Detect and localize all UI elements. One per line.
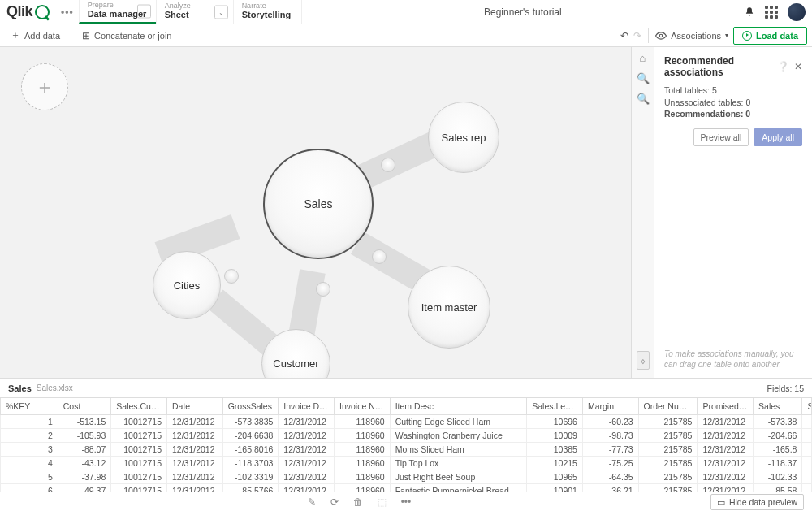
undo-icon[interactable]: ↶ — [620, 30, 628, 41]
col-header[interactable]: %KEY — [1, 398, 58, 415]
delete-icon[interactable]: 🗑 — [353, 496, 363, 508]
preview-table: %KEYCostSales.Custo...DateGrossSalesInvo… — [0, 398, 812, 492]
cell: 215785 — [638, 457, 698, 470]
col-header[interactable]: Sales — [754, 398, 802, 415]
cell: 1 — [1, 415, 58, 429]
zoom-icon[interactable]: 🔍 — [637, 93, 650, 105]
col-header[interactable]: Sales.Custo... — [111, 398, 167, 415]
collapse-icon: ▭ — [717, 497, 725, 507]
associations-dropdown[interactable]: Associations ▾ — [655, 30, 728, 41]
cell: 10696 — [527, 415, 583, 429]
cell: 6 — [1, 484, 58, 492]
edit-icon[interactable]: ✎ — [308, 496, 316, 508]
chevron-down-icon[interactable]: ⌄ — [137, 4, 151, 18]
col-header[interactable]: Cost — [58, 398, 111, 415]
col-header[interactable]: Promised D... — [698, 398, 754, 415]
cell: -88.07 — [58, 443, 111, 457]
action-right: ↶ ↷ Associations ▾ Load data — [620, 27, 807, 45]
preview-all-button[interactable]: Preview all — [693, 128, 749, 146]
chevron-down-icon[interactable]: ⌄ — [214, 5, 228, 19]
cell: -573.3835 — [222, 415, 279, 429]
cell: -204.66 — [754, 429, 802, 443]
bell-icon[interactable] — [744, 6, 755, 18]
cell: -85.5766 — [222, 484, 279, 492]
link-node[interactable] — [224, 269, 239, 284]
panel-hint: To make associations manually, you can d… — [664, 349, 802, 370]
bubble-salesrep[interactable]: Sales rep — [428, 102, 499, 173]
cell: -77.73 — [582, 443, 638, 457]
col-header[interactable]: S — [802, 398, 812, 415]
stat-unassoc: Unassociated tables: 0 — [664, 97, 802, 109]
avatar[interactable] — [788, 3, 806, 21]
cell: Tip Top Lox — [390, 457, 527, 470]
redo-icon: ↷ — [633, 30, 641, 41]
main-area: ＋ Sales rep Sales Cities Item master Cus… — [0, 47, 812, 378]
cell: Just Right Beef Soup — [390, 470, 527, 484]
cell: -85.58 — [754, 484, 802, 492]
link-node[interactable] — [372, 249, 387, 264]
cell: 215785 — [638, 484, 698, 492]
col-header[interactable]: Date — [166, 398, 222, 415]
divider — [648, 28, 649, 43]
nav-analyze[interactable]: Analyze Sheet ⌄ — [156, 0, 233, 24]
eye-icon — [655, 30, 667, 41]
apply-all-button[interactable]: Apply all — [754, 128, 802, 146]
bubble-itemmaster[interactable]: Item master — [408, 266, 490, 349]
cell: 118960 — [334, 443, 390, 457]
col-header[interactable]: Sales.Item N... — [527, 398, 583, 415]
col-header[interactable]: Invoice Date — [279, 398, 335, 415]
cell: -118.3703 — [222, 457, 279, 470]
cell: -37.98 — [58, 470, 111, 484]
link-node[interactable] — [316, 282, 330, 297]
more-icon[interactable]: ••• — [61, 6, 74, 18]
concatenate-button[interactable]: ⊞ Concatenate or join — [76, 27, 177, 45]
cell: 10385 — [527, 443, 583, 457]
cell: 12/31/2012 — [279, 415, 335, 429]
cell: -102.3319 — [222, 470, 279, 484]
bubble-label: Sales rep — [442, 132, 486, 144]
cell — [802, 443, 812, 457]
cell: 12/31/2012 — [166, 429, 222, 443]
table-row[interactable]: 5-37.981001271512/31/2012-102.331912/31/… — [1, 470, 812, 484]
table-row[interactable]: 2-105.931001271512/31/2012-204.663812/31… — [1, 429, 812, 443]
cell: 10012715 — [111, 470, 167, 484]
data-table: %KEYCostSales.Custo...DateGrossSalesInvo… — [0, 397, 812, 492]
table-row[interactable]: 3-88.071001271512/31/2012-165.801612/31/… — [1, 443, 812, 457]
cell: 118960 — [334, 484, 390, 492]
more-icon[interactable]: ••• — [401, 496, 412, 508]
canvas[interactable]: ＋ Sales rep Sales Cities Item master Cus… — [0, 47, 631, 378]
plus-icon: ＋ — [11, 28, 20, 42]
logo[interactable]: Qlik — [6, 3, 50, 20]
add-table-button[interactable]: ＋ — [21, 63, 68, 110]
col-header[interactable]: Margin — [582, 398, 638, 415]
stat-total: Total tables: 5 — [664, 84, 802, 97]
col-header[interactable]: Order Number — [638, 398, 698, 415]
table-row[interactable]: 1-513.151001271512/31/2012-573.383512/31… — [1, 415, 812, 429]
hide-preview-button[interactable]: ▭ Hide data preview — [710, 494, 804, 510]
magic-icon[interactable]: ⬨ — [637, 351, 650, 370]
cell: 12/31/2012 — [279, 457, 335, 470]
close-icon[interactable]: ✕ — [794, 61, 802, 72]
nav-prepare[interactable]: Prepare Data manager ⌄ — [79, 0, 156, 24]
cell: 12/31/2012 — [279, 429, 335, 443]
refresh-icon[interactable]: ⟳ — [330, 496, 339, 508]
label: Load data — [756, 31, 798, 41]
link-node[interactable] — [381, 158, 395, 172]
load-data-button[interactable]: Load data — [733, 27, 807, 45]
bubble-sales[interactable]: Sales — [263, 149, 374, 259]
table-row[interactable]: 4-43.121001271512/31/2012-118.370312/31/… — [1, 457, 812, 470]
col-header[interactable]: Item Desc — [390, 398, 527, 415]
home-icon[interactable]: ⌂ — [640, 52, 646, 64]
cell: 12/31/2012 — [698, 415, 754, 429]
table-row[interactable]: 6-49.371001271512/31/2012-85.576612/31/2… — [1, 484, 812, 492]
cell: -118.37 — [754, 457, 802, 470]
bubble-cities[interactable]: Cities — [153, 251, 221, 319]
col-header[interactable]: GrossSales — [222, 398, 279, 415]
cell: 118960 — [334, 457, 390, 470]
col-header[interactable]: Invoice Num... — [334, 398, 390, 415]
add-data-button[interactable]: ＋ Add data — [5, 25, 66, 45]
help-icon[interactable]: ❔ — [777, 61, 789, 72]
apps-icon[interactable] — [765, 6, 778, 19]
nav-narrate[interactable]: Narrate Storytelling — [233, 0, 302, 24]
logo-icon — [35, 5, 50, 19]
